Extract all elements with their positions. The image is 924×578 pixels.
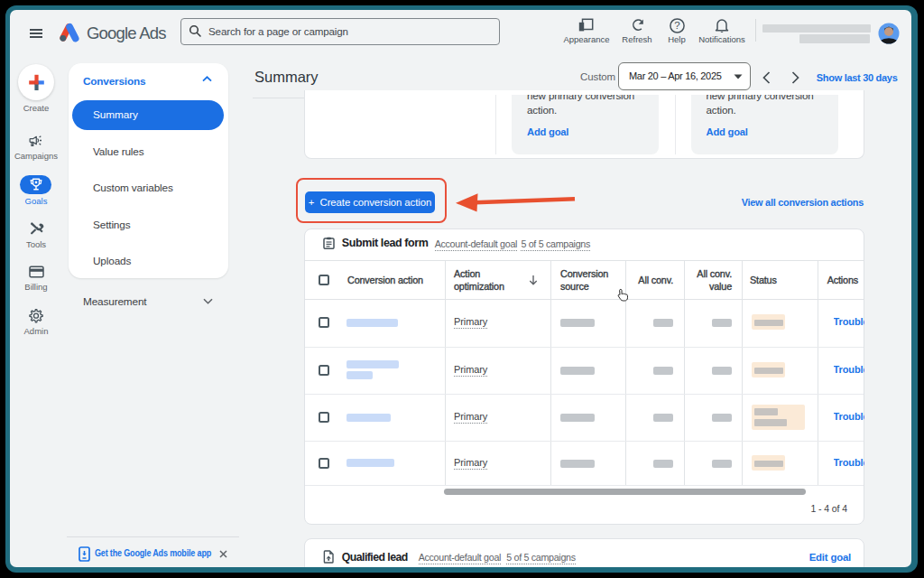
svg-text:?: ? [674, 20, 679, 31]
